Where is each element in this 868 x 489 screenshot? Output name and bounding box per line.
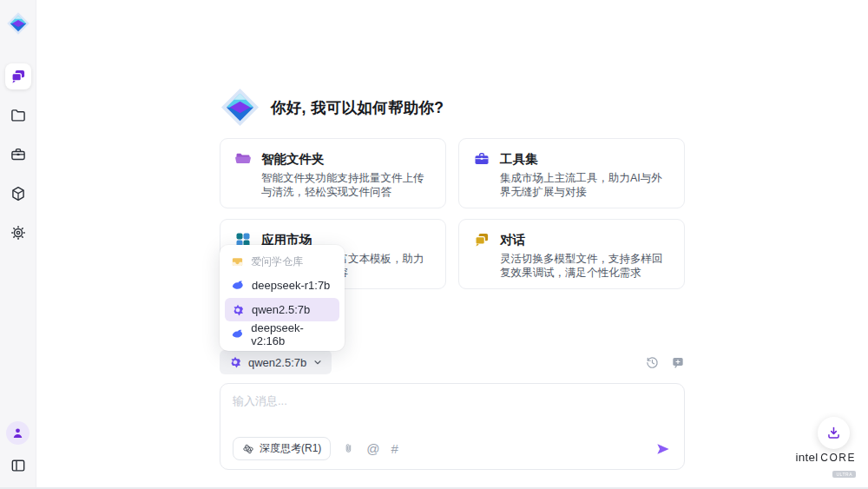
person-icon [10,426,25,440]
greeting-logo-icon [220,87,260,128]
download-button[interactable] [818,417,850,449]
card-desc: 灵活切换多模型文件，支持多样回复效果调试，满足个性化需求 [500,252,670,280]
chevron-down-icon [312,357,323,367]
new-chat-icon [671,355,685,369]
hash-button[interactable]: # [391,442,398,455]
model-option-label: qwen2.5:7b [252,303,310,316]
model-option-qwen[interactable]: qwen2.5:7b [225,298,339,321]
model-option-label: deepseek-r1:7b [252,279,330,292]
app-logo-icon [6,11,30,39]
attach-file-button[interactable] [342,442,355,455]
paperclip-icon [342,442,355,455]
download-icon [825,425,842,441]
history-icon [645,355,660,370]
model-option-deepseek-r1[interactable]: deepseek-r1:7b [225,274,339,297]
model-group-header: 爱问学仓库 [225,250,339,273]
sidebar-item-toolbox[interactable] [5,142,31,168]
deep-think-label: 深度思考(R1) [260,441,321,456]
sidebar [0,0,36,489]
card-desc: 集成市场上主流工具，助力AI与外界无缝扩展与对接 [500,171,670,199]
sidebar-item-models[interactable] [5,181,31,207]
purple-folder-icon [234,150,252,168]
card-smart-folder[interactable]: 智能文件夹 智能文件夹功能支持批量文件上传与清洗，轻松实现文件问答 [220,138,446,208]
card-title: 对话 [500,232,525,248]
current-model-label: qwen2.5:7b [248,356,306,369]
card-toolset[interactable]: 工具集 集成市场上主流工具，助力AI与外界无缝扩展与对接 [458,138,685,208]
history-button[interactable] [645,355,660,370]
model-option-label: deepseek-v2:16b [251,321,333,347]
qwen-icon [228,355,242,369]
composer-toolbar: 深度思考(R1) @ # [233,437,672,460]
sidebar-item-folders[interactable] [5,102,31,129]
collapse-sidebar-button[interactable] [5,453,31,479]
card-conversation[interactable]: 对话 灵活切换多模型文件，支持多样回复效果调试，满足个性化需求 [458,219,685,289]
deepseek-icon [231,279,245,293]
repo-icon [231,255,244,268]
mention-button[interactable]: @ [366,442,379,455]
qwen-icon [231,303,245,317]
deep-think-button[interactable]: 深度思考(R1) [233,437,331,460]
sidebar-nav [5,63,31,246]
message-composer: 深度思考(R1) @ # [220,383,685,470]
send-button[interactable] [654,440,672,458]
deepseek-icon [231,327,244,341]
model-option-deepseek-v2[interactable]: deepseek-v2:16b [225,322,339,346]
message-input[interactable] [233,393,672,437]
card-desc: 智能文件夹功能支持批量文件上传与清洗，轻松实现文件问答 [261,171,431,199]
send-icon [654,440,672,458]
model-dropdown: 爱问学仓库 deepseek-r1:7b qwen2.5:7b deepseek… [220,245,345,351]
model-selector[interactable]: qwen2.5:7b [220,350,332,374]
briefcase-icon [10,146,27,163]
gear-icon [10,224,27,241]
core-wordmark: CORE [820,452,856,464]
card-title: 工具集 [500,151,538,168]
greeting-title: 你好, 我可以如何帮助你? [271,97,444,118]
atom-icon [242,443,254,455]
intel-wordmark: intel [796,451,819,464]
main-area: 你好, 我可以如何帮助你? 智能文件夹 智能文件夹功能支持批量文件上传与清洗，轻… [36,0,868,489]
chat-icon [10,68,27,85]
user-avatar[interactable] [6,421,30,445]
intel-core-logo: intel CORE ULTRA [796,451,856,479]
sidebar-bottom [5,421,31,479]
folder-icon [10,107,27,124]
new-chat-button[interactable] [671,355,685,369]
indigo-briefcase-icon [473,150,490,168]
greeting-header: 你好, 我可以如何帮助你? [220,0,685,128]
yellow-chat-icon [473,231,490,248]
card-title: 智能文件夹 [261,151,325,168]
model-selector-row: qwen2.5:7b [220,350,685,374]
cube-icon [10,185,27,202]
panel-toggle-icon [10,457,27,474]
model-group-label: 爱问学仓库 [251,254,303,269]
sidebar-item-chat[interactable] [5,63,31,89]
sidebar-item-settings[interactable] [5,220,31,246]
ultra-badge: ULTRA [832,471,856,478]
